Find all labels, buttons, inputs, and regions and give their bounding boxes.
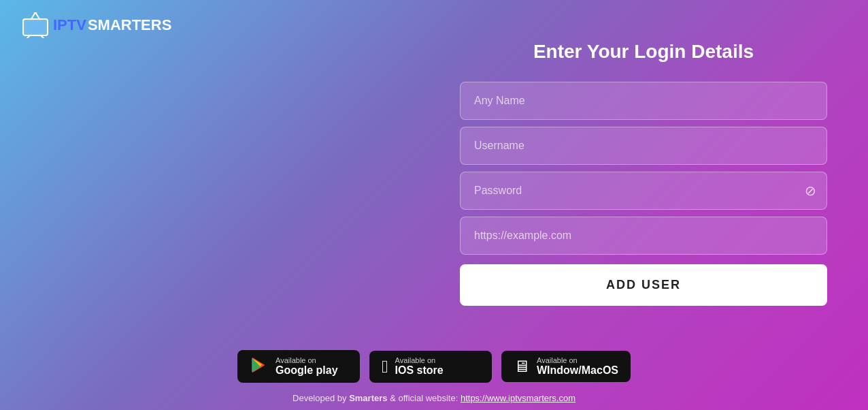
add-user-button[interactable]: ADD USER	[460, 264, 827, 306]
ios-store-badge[interactable]:  Available on IOS store	[369, 351, 492, 383]
form-title: Enter Your Login Details	[533, 41, 754, 63]
username-input-wrapper	[460, 127, 827, 165]
google-play-icon	[250, 356, 269, 377]
monitor-icon: 🖥	[514, 357, 530, 376]
password-input-wrapper: ⊘	[460, 172, 827, 210]
store-badges: Available on Google play  Available on …	[237, 350, 631, 383]
footer-middle: & official website:	[388, 393, 461, 403]
username-input[interactable]	[460, 127, 827, 165]
google-play-badge-text: Available on Google play	[276, 356, 338, 377]
password-toggle-icon[interactable]: ⊘	[805, 183, 816, 199]
logo: IPTV SMARTERS	[20, 12, 171, 38]
name-input-wrapper	[460, 82, 827, 120]
login-form-container: Enter Your Login Details ⊘ ADD USER	[460, 41, 827, 306]
footer-link[interactable]: https://www.iptvsmarters.com	[461, 393, 575, 403]
ios-badge-text: Available on IOS store	[395, 356, 444, 377]
name-input[interactable]	[460, 82, 827, 120]
logo-text: IPTV SMARTERS	[53, 16, 171, 34]
windows-mac-badge-text: Available on WIndow/MacOS	[537, 356, 618, 377]
url-input[interactable]	[460, 217, 827, 255]
url-input-wrapper	[460, 217, 827, 255]
footer-prefix: Developed by	[293, 393, 349, 403]
svg-rect-1	[26, 22, 45, 33]
footer: Developed by Smarters & official website…	[0, 393, 868, 403]
footer-brand: Smarters	[349, 393, 387, 403]
google-play-badge[interactable]: Available on Google play	[237, 350, 360, 383]
windows-mac-badge[interactable]: 🖥 Available on WIndow/MacOS	[501, 351, 631, 382]
apple-icon: 	[382, 356, 388, 377]
logo-icon	[20, 12, 50, 38]
password-input[interactable]	[460, 172, 827, 210]
